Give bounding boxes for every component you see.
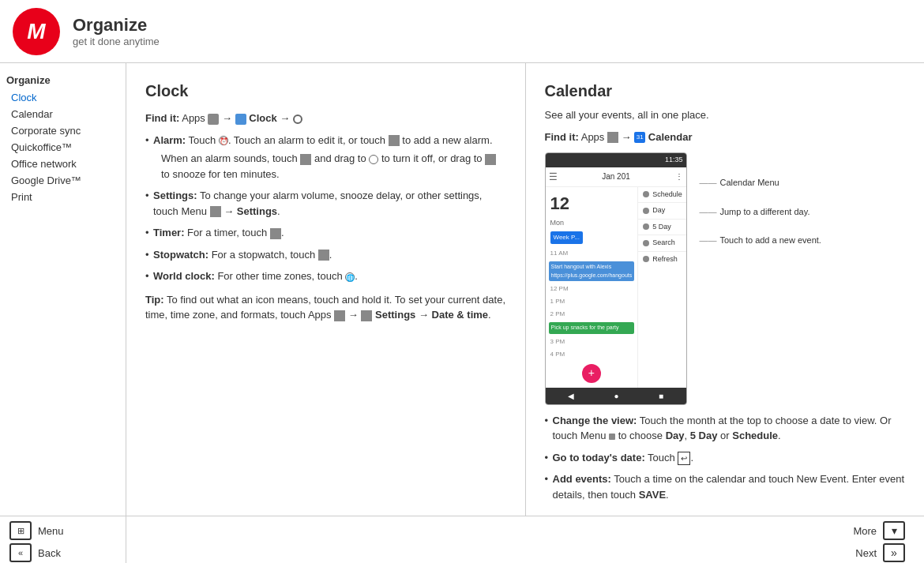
calendar-title: Calendar: [545, 79, 906, 103]
stopwatch-label: Stopwatch:: [153, 249, 208, 261]
footer-left: ⊞ Menu « Back: [0, 516, 126, 563]
sidebar: Organize Clock Calendar Corporate sync Q…: [0, 63, 126, 516]
cal-menu-search-label: Search: [652, 238, 675, 249]
cal-week-btn: Week P...: [550, 231, 584, 244]
today-icon: ↩: [678, 452, 690, 465]
timer-label: Timer:: [153, 227, 185, 238]
callout-calendar-menu: Calendar Menu: [700, 176, 821, 190]
snooze-icon: [485, 154, 496, 165]
cal-menu-refresh-icon: [643, 256, 649, 262]
apps-icon-tip: [334, 310, 345, 321]
cal-menu-schedule-icon: [643, 191, 649, 197]
cal-event-snacks: Pick up snacks for the party: [549, 322, 635, 334]
clock-bullet-stopwatch: Stopwatch: For a stopwatch, touch .: [145, 247, 506, 263]
cal-menu-day-icon: [643, 208, 649, 214]
calendar-find-it-label: Find it:: [545, 131, 579, 143]
clock-bullet-list: Alarm: Touch ⏰. Touch an alarm to edit i…: [145, 133, 506, 284]
cal-day-number: 12: [547, 189, 637, 218]
cal-bullet-change-view: Change the view: Touch the month at the …: [545, 413, 906, 444]
cal-bullet-add-events: Add events: Touch a time on the calendar…: [545, 471, 906, 502]
sidebar-item-calendar[interactable]: Calendar: [0, 106, 126, 122]
menu-label: Menu: [38, 525, 64, 537]
more-button[interactable]: More ▾: [847, 520, 911, 542]
cal-date-label: Jan 201: [602, 171, 630, 182]
clock-find-it-label: Find it:: [145, 112, 179, 124]
change-view-label: Change the view:: [553, 415, 637, 426]
logo-m-letter: M: [27, 19, 45, 44]
cal-day-name: Mon: [547, 218, 637, 229]
back-button[interactable]: « Back: [6, 542, 119, 563]
cal-menu-schedule-label: Schedule: [652, 190, 682, 201]
sidebar-item-google-drive[interactable]: Google Drive™: [0, 172, 126, 189]
cal-time-3pm: 3 PM: [547, 336, 637, 348]
footer-right: More ▾ Next »: [126, 516, 924, 563]
cal-menu-refresh-label: Refresh: [652, 254, 678, 265]
cal-menu-refresh[interactable]: Refresh: [638, 252, 686, 268]
sidebar-item-office-network[interactable]: Office network: [0, 156, 126, 172]
add-events-label: Add events:: [553, 473, 611, 485]
calendar-find-it: Find it: Apps → 31 Calendar: [545, 129, 906, 145]
cal-back-btn[interactable]: ◀: [568, 390, 574, 402]
cal-menu-search[interactable]: Search: [638, 235, 686, 252]
main-layout: Organize Clock Calendar Corporate sync Q…: [0, 63, 924, 516]
cal-dropdown-menu: Schedule Day 5 Day: [637, 187, 686, 388]
menu-icon-box: ⊞: [9, 521, 32, 540]
cal-menu-day[interactable]: Day: [638, 203, 686, 220]
calendar-app-icon: 31: [634, 132, 645, 143]
page-title: Organize: [73, 15, 160, 36]
calendar-section: Calendar See all your events, all in one…: [526, 63, 925, 516]
clock-section: Clock Find it: Apps → Clock → Alarm: Tou…: [126, 63, 526, 516]
sidebar-section-organize: Organize: [0, 71, 126, 89]
clock-title: Clock: [145, 79, 506, 103]
page-subtitle: get it done anytime: [73, 36, 160, 47]
back-icon-box: «: [9, 543, 32, 562]
cal-body: 12 Mon Week P... 11 AM Start hangout wit…: [546, 187, 686, 388]
cal-status-bar: 11:35: [546, 153, 686, 167]
sidebar-item-corporate-sync[interactable]: Corporate sync: [0, 122, 126, 139]
cal-mockup: 11:35 ☰ Jan 201 ⋮ 12 Mon Week P...: [545, 152, 687, 405]
sidebar-item-quickoffice[interactable]: Quickoffice™: [0, 139, 126, 156]
cal-mockup-container: 11:35 ☰ Jan 201 ⋮ 12 Mon Week P...: [545, 152, 906, 405]
footer: ⊞ Menu « Back More ▾ Next »: [0, 516, 924, 563]
clock-tip: Tip: To find out what an icon means, tou…: [145, 292, 506, 323]
next-label: Next: [855, 547, 877, 559]
cal-status-time: 11:35: [665, 156, 683, 163]
cal-left-panel: 12 Mon Week P... 11 AM Start hangout wit…: [546, 187, 638, 388]
clock-bullet-timer: Timer: For a timer, touch .: [145, 225, 506, 241]
add-icon: [389, 135, 400, 146]
cal-fab-button[interactable]: +: [582, 364, 601, 383]
worldclock-label: World clock:: [153, 270, 215, 282]
cal-time-11am: 11 AM: [547, 247, 637, 260]
cal-time-2pm: 2 PM: [547, 308, 637, 321]
cal-bottom-bar: ◀ ● ■: [546, 388, 686, 404]
more-icon: ▾: [892, 524, 897, 537]
menu-dot-icon: [609, 434, 615, 440]
clock-find-it: Find it: Apps → Clock →: [145, 111, 506, 126]
sidebar-item-clock[interactable]: Clock: [0, 89, 126, 106]
next-button[interactable]: Next »: [849, 542, 911, 563]
go-to-today-label: Go to today's date:: [553, 452, 645, 464]
cal-menu-search-icon: [643, 240, 649, 246]
back-icon: «: [18, 548, 23, 557]
sidebar-item-print[interactable]: Print: [0, 189, 126, 205]
menu-button[interactable]: ⊞ Menu: [6, 520, 119, 542]
settings-icon-tip: [361, 310, 372, 321]
back-label: Back: [38, 547, 61, 559]
cal-recents-btn[interactable]: ■: [659, 390, 663, 402]
cal-menu-5day[interactable]: 5 Day: [638, 220, 686, 236]
tip-label: Tip:: [145, 294, 164, 306]
header: M Organize get it done anytime: [0, 0, 924, 63]
cal-event-hangout: Start hangout with Alexishttps://plus.go…: [549, 261, 635, 281]
next-icon-box: »: [883, 543, 905, 562]
timer-icon: [270, 228, 281, 239]
callout-jump-day: Jump to a different day.: [700, 205, 821, 219]
menu-grid-icon: ⊞: [17, 526, 24, 536]
alarm-icon: ⏰: [219, 136, 228, 145]
menu-icon-small: [210, 206, 221, 217]
apps-icon: [208, 114, 219, 125]
clock-bullet-alarm: Alarm: Touch ⏰. Touch an alarm to edit i…: [145, 133, 506, 182]
cal-menu-schedule[interactable]: Schedule: [638, 187, 686, 204]
cal-more-icon: ⋮: [675, 171, 683, 182]
cal-home-btn[interactable]: ●: [614, 390, 618, 402]
calendar-bullets: Change the view: Touch the month at the …: [545, 413, 906, 503]
